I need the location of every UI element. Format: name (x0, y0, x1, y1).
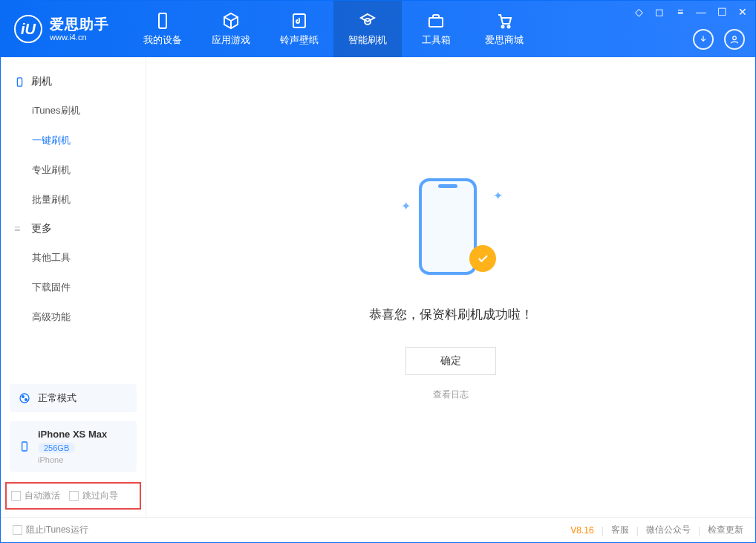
check-icon (476, 252, 489, 265)
tab-store[interactable]: 爱思商城 (470, 1, 538, 57)
check-badge (469, 245, 496, 272)
ok-button[interactable]: 确定 (405, 347, 496, 375)
block-itunes-label: 阻止iTunes运行 (26, 524, 88, 536)
download-icon (698, 34, 708, 45)
menu-icon[interactable]: ≡ (674, 5, 687, 19)
cube-icon (222, 12, 240, 30)
sidebar-group-more-label: 更多 (31, 222, 52, 235)
svg-rect-7 (17, 77, 22, 85)
status-bar: 阻止iTunes运行 V8.16 | 客服 | 微信公众号 | 检查更新 (1, 517, 755, 542)
nav-tabs: 我的设备 应用游戏 铃声壁纸 智能刷机 工具箱 爱思商城 (128, 1, 538, 57)
device-type: iPhone (38, 455, 107, 464)
tab-media-label: 铃声壁纸 (280, 33, 319, 47)
version-label: V8.16 (570, 525, 593, 536)
wechat-link[interactable]: 微信公众号 (646, 524, 691, 536)
sidebar-item-download-fw[interactable]: 下载固件 (1, 273, 146, 302)
svg-rect-0 (159, 13, 166, 28)
tab-apps-label: 应用游戏 (212, 33, 250, 47)
main-content: ✦ ✦ 恭喜您，保资料刷机成功啦！ 确定 查看日志 (146, 57, 755, 517)
device-icon (14, 77, 25, 88)
svg-rect-11 (22, 442, 27, 451)
device-name: iPhone XS Max (38, 429, 107, 440)
device-card[interactable]: iPhone XS Max 256GB iPhone (10, 421, 137, 472)
tab-device[interactable]: 我的设备 (128, 1, 197, 57)
mode-icon (19, 392, 30, 404)
svg-point-6 (733, 36, 737, 40)
sidebar-item-other-tools[interactable]: 其他工具 (1, 243, 146, 273)
phone-icon (154, 12, 172, 30)
sidebar-group-more: ≡ 更多 (1, 215, 146, 243)
success-message: 恭喜您，保资料刷机成功啦！ (369, 306, 533, 323)
tab-tools-label: 工具箱 (422, 33, 451, 47)
checkbox-skip-guide[interactable]: 跳过向导 (69, 490, 118, 502)
sidebar-group-flash: 刷机 (1, 68, 146, 96)
success-illustration: ✦ ✦ (403, 174, 499, 285)
mode-label: 正常模式 (38, 391, 76, 405)
svg-point-9 (22, 396, 25, 398)
svg-point-8 (20, 394, 29, 403)
app-header: iU 爱思助手 www.i4.cn 我的设备 应用游戏 铃声壁纸 智能刷机 工具… (1, 1, 755, 57)
sidebar-item-advanced[interactable]: 高级功能 (1, 302, 146, 332)
close-button[interactable]: ✕ (736, 5, 749, 19)
svg-rect-3 (429, 18, 443, 27)
sidebar-group-flash-label: 刷机 (31, 75, 52, 88)
skin-icon[interactable]: ◇ (632, 5, 645, 19)
svg-point-10 (25, 399, 27, 401)
maximize-button[interactable]: ☐ (715, 5, 729, 19)
cart-icon (495, 12, 513, 30)
download-button[interactable] (693, 29, 714, 50)
app-subtitle: www.i4.cn (50, 33, 109, 42)
sidebar-item-batch[interactable]: 批量刷机 (1, 185, 146, 215)
sidebar-item-oneclick[interactable]: 一键刷机 (1, 126, 146, 155)
tab-device-label: 我的设备 (143, 33, 182, 47)
sidebar: 刷机 iTunes刷机 一键刷机 专业刷机 批量刷机 ≡ 更多 其他工具 下载固… (1, 57, 146, 517)
music-icon (290, 12, 308, 30)
phone-small-icon (19, 440, 30, 452)
tab-media[interactable]: 铃声壁纸 (265, 1, 333, 57)
svg-point-4 (502, 25, 504, 27)
sidebar-item-pro[interactable]: 专业刷机 (1, 155, 146, 185)
spark-icon: ✦ (401, 199, 408, 207)
minimize-button[interactable]: — (694, 5, 708, 19)
auto-activate-label: 自动激活 (25, 490, 60, 502)
app-logo: iU 爱思助手 www.i4.cn (1, 1, 123, 57)
window-controls: ◇ ◻ ≡ — ☐ ✕ (632, 5, 749, 19)
checkbox-auto-activate[interactable]: 自动激活 (11, 490, 60, 502)
svg-point-5 (508, 25, 510, 27)
user-button[interactable] (724, 29, 745, 50)
feedback-icon[interactable]: ◻ (653, 5, 666, 19)
app-title: 爱思助手 (50, 16, 109, 33)
support-link[interactable]: 客服 (611, 524, 629, 536)
refresh-icon (359, 12, 377, 30)
sidebar-item-itunes[interactable]: iTunes刷机 (1, 96, 146, 126)
tab-apps[interactable]: 应用游戏 (197, 1, 265, 57)
mode-card[interactable]: 正常模式 (10, 384, 137, 412)
tab-store-label: 爱思商城 (485, 33, 524, 47)
check-update-link[interactable]: 检查更新 (708, 524, 743, 536)
toolbox-icon (427, 12, 445, 30)
user-icon (729, 34, 740, 45)
skip-guide-label: 跳过向导 (82, 490, 118, 502)
view-log-link[interactable]: 查看日志 (433, 388, 469, 401)
tab-flash-label: 智能刷机 (348, 33, 387, 47)
options-row: 自动激活 跳过向导 (5, 482, 141, 510)
list-icon: ≡ (14, 224, 25, 235)
logo-icon: iU (14, 15, 42, 43)
tab-tools[interactable]: 工具箱 (402, 1, 470, 57)
tab-flash[interactable]: 智能刷机 (333, 1, 402, 57)
checkbox-block-itunes[interactable]: 阻止iTunes运行 (13, 524, 88, 536)
spark-icon: ✦ (493, 189, 501, 196)
device-capacity: 256GB (38, 443, 75, 453)
